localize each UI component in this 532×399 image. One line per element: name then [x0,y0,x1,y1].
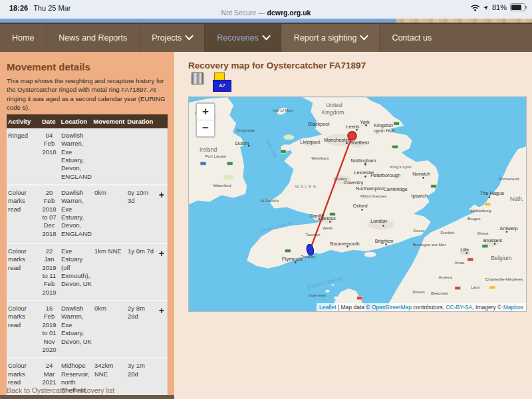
park-area [223,174,234,180]
map-label: Arras [454,260,464,265]
nav-item-home[interactable]: Home [0,24,46,52]
map-label: Brussels [483,237,503,243]
cell-dur: 3y 1m 20d [126,358,156,399]
nav-item-label: Report a sighting [294,33,357,43]
page-title: Recovery map for Oystercatcher FA71897 [188,61,532,70]
zoom-in-button[interactable]: + [197,104,214,120]
column-header-activity: Activity [7,114,38,128]
status-bar: 18:26 Thu 25 Mar Not Secure — dcwrg.org.… [0,0,532,19]
map-label: Ireland [200,146,217,153]
cell-dur [126,128,156,184]
chevron-down-icon [262,32,271,41]
back-to-recovery-list-link[interactable]: Back to Oystercatcher recovery list [7,386,114,394]
movement-description: This map shows the resighting and recapt… [7,76,168,112]
map-label: Belgium [491,255,511,261]
map-label: Nottingham [351,158,376,164]
expand-row-button[interactable]: + [156,244,166,300]
city-dot [364,176,366,178]
expand-row-button[interactable]: + [156,186,166,243]
attribution-link[interactable]: Mapbox [503,304,523,311]
battery-icon [510,3,525,11]
road-shield-icon [485,202,491,205]
road-shield-icon [356,297,362,300]
map-label: Ghent [477,231,488,235]
footer-strip [0,395,174,399]
column-header-movement: Movement [92,114,126,128]
nav-item-contact-us[interactable]: Contact us [379,24,444,52]
column-header-duration: Duration [126,114,154,128]
map-label: Bruges [467,216,481,221]
attribution-link[interactable]: OpenStreetMap [372,304,412,311]
movement-table-header: ActivityDateLocationMovementDuration [7,114,168,128]
city-dot [319,218,321,220]
city-dot [489,196,491,198]
column-header-location: Location [60,114,92,128]
map-label: Dunkirk [440,230,455,235]
map-label: York [360,119,370,125]
domain-label: dcwrg.org.uk [267,9,311,17]
map-label: Neth. [510,196,524,202]
map-label: The Hague [480,190,505,196]
map-label: Wrexham [311,156,329,160]
map-label: Ipswich [411,193,428,199]
cell-mov: 0km [93,186,126,243]
road-shield-icon [392,145,398,148]
cell-date: 20 Feb 2018 to 07 Dec 2018 [39,186,60,243]
road-shield-icon [280,150,286,153]
map-label: Leeds [346,124,359,130]
colour-ring-code: A7 [213,80,231,92]
road-shield-icon [489,286,495,289]
map-label: Cambridge [383,186,407,192]
map-label: Rouen [413,289,426,294]
jersey-island [334,297,338,299]
cell-loc: Dawlish Warren, Exe Estuary, Devon, ENGL… [60,186,93,243]
map-attribution: Leaflet | Map data © OpenStreetMap contr… [317,303,526,311]
expand-row-button[interactable]: + [156,301,166,357]
attribution-link[interactable]: Leaflet [319,304,336,311]
nav-item-label: Recoveries [217,33,259,43]
movement-table: ActivityDateLocationMovementDuration Rin… [7,114,168,399]
recovery-map[interactable]: UnitedKingdomIrelandBelgiumNeth.WALESIri… [188,96,527,312]
city-dot [295,261,297,263]
map-label: Bristol [322,215,336,221]
nav-item-label: Projects [152,33,182,43]
cell-loc: Dawlish Warren, Exe Estuary, Devon, UK [60,301,93,357]
map-label: Lille [460,247,469,253]
zoom-out-button[interactable]: − [197,120,214,136]
attribution-link[interactable]: CC-BY-SA [446,304,472,311]
park-area [283,134,294,140]
expand-placeholder [156,358,166,399]
cell-act: Ringed [7,128,39,184]
city-dot [364,164,366,166]
map-label: Oxford [352,203,367,209]
city-dot [422,177,424,179]
map-label: Cardiff [310,213,325,219]
wifi-icon [470,4,480,11]
city-dot [466,252,468,254]
map-label: Waterford [213,183,232,188]
map-label: Amiens [438,275,452,279]
cell-mov: 0km [93,301,126,357]
map-label: upon Hull [374,128,395,134]
city-dot [329,221,331,223]
map-label: Charleville-Mézières [485,277,523,281]
road-shield-icon [200,162,206,165]
cell-loc: Dawlish Warren, Exe Estuary, Devon, ENGL… [60,128,93,184]
nav-item-projects[interactable]: Projects [139,24,204,52]
nav-item-news-and-reports[interactable]: News and Reports [46,24,139,52]
map-label: Northampton [356,186,384,192]
map-label: Boulogne-sur-Mer [413,242,446,247]
recovery-marker[interactable] [348,132,356,140]
table-row: Ringed04 Feb 2018Dawlish Warren, Exe Est… [7,128,168,184]
status-icons: ➤ 81% [470,3,525,11]
map-zoom-control: + − [196,102,215,138]
nav-item-label: Home [12,33,34,43]
nav-item-report-a-sighting[interactable]: Report a sighting [281,24,380,52]
sidebar: Movement details This map shows the resi… [0,52,174,399]
chevron-down-icon [360,32,369,41]
map-label: Kingdom [321,109,344,116]
cell-act: Colour marks read [7,186,39,243]
map-label: Laon [471,285,480,289]
main-nav: HomeNews and ReportsProjectsRecoveriesRe… [0,23,532,52]
nav-item-recoveries[interactable]: Recoveries [204,24,281,52]
